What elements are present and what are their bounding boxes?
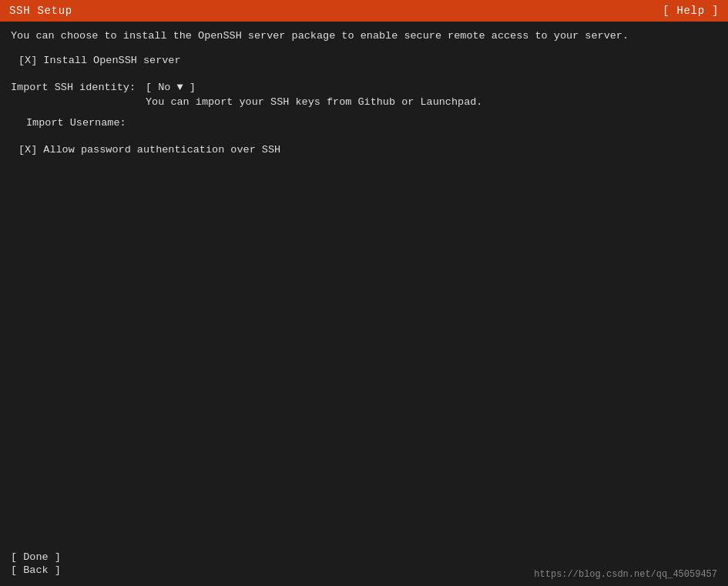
title-bar: SSH Setup [ Help ]	[0, 0, 728, 22]
allow-password-row: [X] Allow password authentication over S…	[11, 144, 717, 156]
allow-password-checkbox[interactable]: [X]	[18, 144, 37, 156]
import-username-row: Import Username:	[11, 117, 717, 129]
import-username-input[interactable]	[146, 117, 300, 129]
identity-dropdown[interactable]: [ No ▼ ]	[146, 82, 196, 93]
bottom-buttons: [ Done ] [ Back ]	[11, 551, 61, 577]
description-text: You can choose to install the OpenSSH se…	[11, 29, 717, 44]
done-button[interactable]: [ Done ]	[11, 551, 61, 563]
bottom-bar: [ Done ] [ Back ] https://blog.csdn.net/…	[0, 547, 728, 586]
install-label: Install OpenSSH server	[43, 55, 180, 66]
import-note-text: You can import your SSH keys from Github…	[11, 96, 717, 108]
import-username-label: Import Username:	[26, 117, 146, 129]
help-button[interactable]: [ Help ]	[663, 5, 719, 17]
watermark-text: https://blog.csdn.net/qq_45059457	[534, 569, 717, 580]
import-identity-row: Import SSH identity: [ No ▼ ]	[11, 82, 717, 93]
allow-password-label: Allow password authentication over SSH	[43, 144, 280, 156]
back-button[interactable]: [ Back ]	[11, 564, 61, 576]
content-area: You can choose to install the OpenSSH se…	[0, 22, 728, 586]
import-identity-label: Import SSH identity:	[11, 82, 146, 93]
install-checkbox[interactable]: [X]	[18, 55, 37, 66]
install-openssh-row: [X] Install OpenSSH server	[11, 55, 717, 66]
window-title: SSH Setup	[9, 5, 72, 17]
terminal-window: SSH Setup [ Help ] You can choose to ins…	[0, 0, 728, 586]
